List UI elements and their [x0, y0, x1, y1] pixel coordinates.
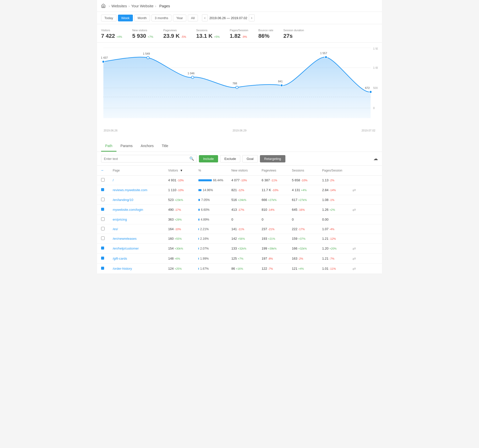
breadcrumb-separator: ›	[109, 4, 110, 8]
retarget-icon[interactable]: ⇄	[352, 188, 356, 192]
visitors-chart: 0 500 1 000 1 500	[101, 48, 378, 128]
breadcrumb-page: Pages	[159, 4, 170, 8]
row-new-visitors: 141 -11%	[227, 224, 258, 234]
tab-anchors[interactable]: Anchors	[137, 141, 158, 152]
row-actions: ⇄	[348, 244, 382, 254]
cloud-icon[interactable]: ☁	[373, 156, 378, 161]
row-new-visitors: 133 +32k%	[227, 244, 258, 254]
row-actions	[348, 195, 382, 205]
chart-point-5	[325, 56, 327, 58]
btn-today[interactable]: Today	[101, 15, 116, 21]
tab-params[interactable]: Params	[116, 141, 137, 152]
retarget-icon[interactable]: ⇄	[352, 246, 356, 251]
svg-text:1 000: 1 000	[373, 66, 378, 69]
th-pageviews: Pageviews	[258, 166, 288, 176]
row-sessions: 0	[288, 215, 318, 224]
row-visitors: 523 +23k%	[164, 195, 194, 205]
stat-sessions-change: +5%	[214, 35, 220, 38]
prev-date-button[interactable]: ‹	[202, 14, 208, 21]
retarget-icon[interactable]: ⇄	[352, 266, 356, 271]
chart-point-4	[280, 84, 283, 87]
date-nav: Today Week Month 3 months Year All ‹ 201…	[97, 12, 382, 24]
btn-month[interactable]: Month	[134, 15, 150, 21]
tab-path[interactable]: Path	[101, 141, 116, 152]
row-pct: 1.99%	[194, 254, 227, 264]
breadcrumb: › Websites › Your Website › Pages	[97, 0, 382, 12]
breadcrumb-site[interactable]: Your Website	[131, 4, 153, 8]
row-pps: 1.20 +20%	[318, 244, 348, 254]
row-actions	[348, 234, 382, 244]
retarget-icon[interactable]: ⇄	[352, 256, 356, 261]
btn-all[interactable]: All	[188, 15, 198, 21]
row-visitors: 4 931 -10%	[164, 176, 194, 185]
stat-session-duration-label: Session duration	[283, 29, 304, 32]
search-icon: 🔍	[189, 156, 194, 161]
row-checkbox[interactable]	[101, 227, 105, 230]
row-actions	[348, 215, 382, 224]
row-pps: 0.00	[318, 215, 348, 224]
table-row: /en/help/customer154 +30k%2.07%133 +32k%…	[97, 244, 382, 254]
row-pageviews: 11.7 K -10%	[258, 185, 288, 195]
stats-bar: Visitors 7 422 +4% New visitors 5 930 +7…	[97, 24, 382, 43]
chart-label-0: 1 437	[101, 56, 108, 59]
table-row: reviews.mywebsite.com1 110 -10%14.96%821…	[97, 185, 382, 195]
chart-label-6: 672	[365, 86, 370, 89]
goal-button[interactable]: Goal	[242, 155, 258, 162]
table-row: /gift-cards148 +6%1.99%125 +7%197 -8%163…	[97, 254, 382, 264]
chart-area: 0 500 1 000 1 500	[97, 43, 382, 138]
breadcrumb-separator2: ›	[128, 4, 130, 8]
chart-x-labels: 2019.06.26 2019.06.29 2019.07.02	[101, 129, 378, 132]
retarget-icon[interactable]: ⇄	[352, 208, 356, 212]
exclude-button[interactable]: Exclude	[220, 155, 240, 162]
breadcrumb-websites[interactable]: Websites	[111, 4, 127, 8]
row-pageviews: 666 +27k%	[258, 195, 288, 205]
home-icon[interactable]	[101, 4, 106, 8]
th-page: Page	[109, 166, 164, 176]
row-checkbox[interactable]	[101, 198, 105, 201]
th-pct: %	[194, 166, 227, 176]
row-page: /es/	[109, 224, 164, 234]
th-actions	[348, 166, 382, 176]
row-sessions: 5 658 -10%	[288, 176, 318, 185]
stat-pps: Pages/Session 1.82 -9%	[230, 29, 248, 39]
next-date-button[interactable]: ›	[249, 14, 255, 21]
btn-week[interactable]: Week	[118, 15, 133, 21]
btn-year[interactable]: Year	[173, 15, 186, 21]
stat-pageviews-change: -5%	[181, 35, 186, 38]
row-pct: 2.07%	[194, 244, 227, 254]
row-actions: ⇄	[348, 205, 382, 215]
row-checkbox[interactable]	[101, 178, 105, 182]
include-button[interactable]: Include	[199, 155, 218, 162]
row-pps: 1.07 -4%	[318, 224, 348, 234]
tab-title[interactable]: Title	[158, 141, 172, 152]
retargeting-button[interactable]: Retargeting	[260, 155, 285, 162]
row-checkbox[interactable]	[101, 236, 105, 240]
row-visitors: 160 +55%	[164, 234, 194, 244]
svg-text:500: 500	[373, 86, 378, 89]
row-pct: 1.67%	[194, 264, 227, 274]
table-row: /4 931 -10%66.44%4 077 -10%6 387 -11%5 6…	[97, 176, 382, 185]
row-checkbox-cell	[97, 195, 109, 205]
row-new-visitors: 86 +16%	[227, 264, 258, 274]
row-pageviews: 810 -14%	[258, 205, 288, 215]
search-input[interactable]	[104, 157, 189, 161]
row-page: /order-history	[109, 264, 164, 274]
th-visitors[interactable]: Visitors ▼	[164, 166, 194, 176]
table-row: en/pricing363 +29%4.89%0000.00	[97, 215, 382, 224]
stat-new-visitors-label: New visitors	[132, 29, 153, 32]
chart-label-5: 1 557	[320, 52, 327, 55]
row-checkbox-cell	[97, 224, 109, 234]
stat-new-visitors: New visitors 5 930 +7%	[132, 29, 153, 39]
row-new-visitors: 821 -12%	[227, 185, 258, 195]
chart-label-1: 1 549	[143, 52, 150, 55]
row-checkbox[interactable]	[101, 217, 105, 221]
row-checkbox-cell	[97, 244, 109, 254]
stat-sessions-label: Sessions	[196, 29, 220, 32]
chart-point-6	[369, 91, 372, 93]
btn-3months[interactable]: 3 months	[152, 15, 171, 21]
row-indicator-blue	[101, 188, 104, 191]
select-all-minus[interactable]: −	[101, 168, 103, 173]
stat-visitors: Visitors 7 422 +4%	[101, 29, 122, 39]
row-actions: ⇄	[348, 264, 382, 274]
row-indicator-blue	[101, 208, 104, 211]
